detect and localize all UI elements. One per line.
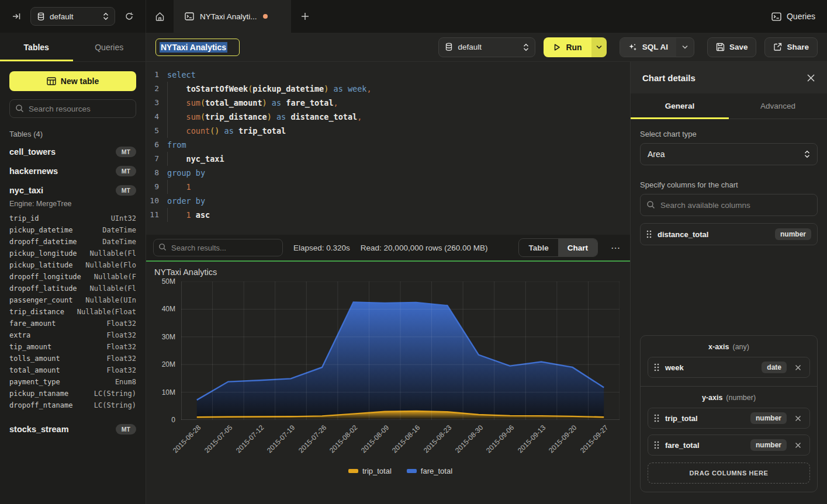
remove-column-icon[interactable] xyxy=(793,442,804,449)
chart-type-select[interactable]: Area xyxy=(640,143,818,165)
chart-type-value: Area xyxy=(648,150,665,159)
columns-search-input[interactable] xyxy=(640,194,818,216)
drag-handle-icon xyxy=(654,414,659,422)
code-line: 4sum(trip_distance) as distance_total, xyxy=(146,110,630,124)
sidebar-search-input[interactable] xyxy=(9,99,136,118)
panel-tab-general[interactable]: General xyxy=(631,93,729,119)
x-axis-label: 2015-07-19 xyxy=(265,423,296,454)
schema-column-row: extraFloat32 xyxy=(9,329,136,341)
sidebar-tab-queries[interactable]: Queries xyxy=(73,33,146,61)
refresh-button[interactable] xyxy=(121,8,137,25)
view-toggle-table[interactable]: Table xyxy=(519,239,558,256)
sidebar-tab-tables[interactable]: Tables xyxy=(0,33,73,61)
y-axis-column-trip-total[interactable]: trip_total number xyxy=(648,408,810,429)
search-icon xyxy=(158,243,167,251)
share-button[interactable]: Share xyxy=(764,37,818,57)
schema-column-row: total_amountFloat32 xyxy=(9,364,136,376)
database-icon xyxy=(445,43,453,51)
sparkles-icon xyxy=(628,43,637,51)
view-toggle: Table Chart xyxy=(518,238,598,257)
x-axis-title: x-axis xyxy=(708,343,729,351)
schema-column-row: trip_distanceNullable(Float xyxy=(9,306,136,318)
collapse-sidebar-button[interactable] xyxy=(8,8,25,25)
y-axis-section: y-axis (number) trip_total number xyxy=(641,386,817,492)
new-tab-button[interactable] xyxy=(291,0,319,33)
x-axis-label: 2015-09-20 xyxy=(547,423,578,454)
column-name: week xyxy=(665,363,756,372)
column-type-badge: number xyxy=(750,439,787,451)
remove-column-icon[interactable] xyxy=(793,364,804,371)
table-row-nyc-taxi[interactable]: nyc_taxi MT xyxy=(9,180,136,200)
available-column-distance-total[interactable]: distance_total number xyxy=(640,223,818,245)
schema-column-row: fare_amountFloat32 xyxy=(9,318,136,329)
results-search-input[interactable] xyxy=(153,239,283,256)
code-line: 10order by xyxy=(146,194,630,208)
x-axis-constraint: (any) xyxy=(732,343,749,351)
terminal-icon xyxy=(185,12,194,20)
run-button-label: Run xyxy=(566,43,582,52)
queries-button[interactable]: Queries xyxy=(771,12,815,21)
table-name: cell_towers xyxy=(9,147,56,157)
x-axis-label: 2015-08-30 xyxy=(454,423,485,454)
home-button[interactable] xyxy=(146,0,174,33)
y-axis-column-fare-total[interactable]: fare_total number xyxy=(648,435,810,456)
table-row-cell-towers[interactable]: cell_towers MT xyxy=(9,142,136,161)
sql-editor[interactable]: 1select2toStartOfWeek(pickup_datetime) a… xyxy=(146,62,630,235)
close-icon[interactable] xyxy=(807,74,815,82)
column-type-badge: number xyxy=(750,412,787,424)
schema-column-row: pickup_latitudeNullable(Flo xyxy=(9,259,136,271)
panel-title: Chart details xyxy=(642,73,695,83)
save-button[interactable]: Save xyxy=(707,37,757,57)
x-axis-section: x-axis (any) week date xyxy=(641,336,817,386)
database-selector[interactable]: default xyxy=(30,7,115,26)
code-line: 2toStartOfWeek(pickup_datetime) as week, xyxy=(146,82,630,96)
sql-ai-button-group: SQL AI xyxy=(620,37,694,57)
sidebar: Tables Queries New table Tables (4) cell… xyxy=(0,33,146,504)
column-type-badge: number xyxy=(775,228,811,240)
remove-column-icon[interactable] xyxy=(793,415,804,422)
tab-nytaxi-analytics[interactable]: NYTaxi Analyti... xyxy=(174,0,291,33)
legend-item-trip-total[interactable]: trip_total xyxy=(348,467,392,475)
sql-ai-button[interactable]: SQL AI xyxy=(620,38,676,57)
save-button-label: Save xyxy=(729,43,748,51)
query-database-selector[interactable]: default xyxy=(438,37,535,57)
results-search xyxy=(153,239,283,256)
chevron-down-icon xyxy=(682,45,688,49)
code-line: 3sum(total_amount) as fare_total, xyxy=(146,96,630,110)
refresh-icon xyxy=(124,12,134,21)
schema-column-row: trip_idUInt32 xyxy=(9,213,136,224)
legend-item-fare-total[interactable]: fare_total xyxy=(407,467,452,475)
view-toggle-chart[interactable]: Chart xyxy=(558,239,597,256)
database-icon xyxy=(37,12,45,21)
y-axis-tick: 40M xyxy=(162,305,175,313)
tab-label: NYTaxi Analyti... xyxy=(200,12,257,21)
sidebar-body: New table Tables (4) cell_towers MT hack… xyxy=(0,62,146,504)
collapse-sidebar-icon xyxy=(12,12,21,21)
top-bar-left: default xyxy=(0,0,146,33)
new-table-button[interactable]: New table xyxy=(9,71,136,91)
y-axis-constraint: (number) xyxy=(726,394,756,402)
y-axis-title: y-axis xyxy=(702,394,722,402)
x-axis-column-week[interactable]: week date xyxy=(648,357,810,378)
panel-body: Select chart type Area Specify columns f… xyxy=(631,119,827,504)
chart-title: NYTaxi Analytics xyxy=(154,267,620,277)
y-axis-tick: 0 xyxy=(171,416,175,424)
x-axis-label: 2015-07-26 xyxy=(297,423,328,454)
panel-tabs: General Advanced xyxy=(631,93,827,119)
top-bar-right: Queries xyxy=(760,0,827,33)
x-axis-header: x-axis (any) xyxy=(648,343,810,351)
run-button[interactable]: Run xyxy=(544,37,591,57)
more-options-button[interactable]: ⋯ xyxy=(608,242,623,253)
run-options-button[interactable] xyxy=(591,37,607,57)
schema-column-row: pickup_datetimeDateTime xyxy=(9,224,136,236)
query-title-input[interactable]: NYTaxi Analytics xyxy=(155,39,240,56)
save-icon xyxy=(716,43,725,51)
table-row-stocks-stream[interactable]: stocks_stream MT xyxy=(9,419,136,439)
panel-tab-advanced[interactable]: Advanced xyxy=(729,93,827,119)
drag-columns-drop-zone[interactable]: DRAG COLUMNS HERE xyxy=(648,463,810,484)
sql-ai-options-button[interactable] xyxy=(676,38,694,57)
table-row-hackernews[interactable]: hackernews MT xyxy=(9,161,136,180)
engine-badge: MT xyxy=(116,147,136,157)
schema-column-row: passenger_countNullable(UIn xyxy=(9,294,136,306)
x-axis-label: 2015-09-06 xyxy=(485,423,515,454)
